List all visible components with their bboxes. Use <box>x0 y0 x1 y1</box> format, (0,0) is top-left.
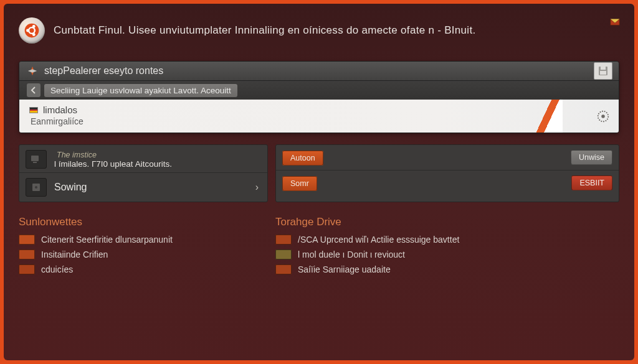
breadcrumb: Secliing Lauige usvlowal ayakiut Lavott.… <box>19 80 619 100</box>
links-left-title: Sunlonwettes <box>19 216 268 228</box>
accounts-hint: The imstice <box>57 151 172 159</box>
ubuntu-glyph-icon <box>24 22 40 39</box>
svg-point-3 <box>32 25 36 28</box>
color-swatch-icon <box>19 264 35 274</box>
language-subtitle: Eanmirgaliíce <box>31 116 609 126</box>
window-header: Cunbtatt Finul. Uisee unviutumplater Inn… <box>19 16 619 45</box>
floppy-icon <box>598 66 608 76</box>
drive-icon <box>26 178 47 197</box>
breadcrumb-back-button[interactable] <box>27 83 40 97</box>
step-header: stepPealerer eseyto rontes <box>19 62 619 80</box>
settings-panel: The imstice l ímilales. Г7I0 upleat Aitc… <box>19 144 619 202</box>
sowing-label: Sowing <box>54 182 248 193</box>
mail-icon[interactable] <box>609 16 621 27</box>
language-name: limdalos <box>43 105 77 115</box>
ubuntu-logo-icon <box>19 17 45 44</box>
link-label: Saíïie Sarniiage uadaite <box>298 264 391 274</box>
unwise-button[interactable]: Unwise <box>571 150 612 165</box>
svg-point-11 <box>601 114 605 118</box>
svg-rect-13 <box>33 162 37 163</box>
links-right-column: Torahge Drive /SCA Uprcend wiľı Actilie … <box>275 216 619 277</box>
action-button-1[interactable]: Autoon <box>282 151 323 166</box>
sowing-row[interactable]: Sowing › <box>19 172 267 202</box>
link-item[interactable]: Insitaiinde Crifien <box>19 247 268 262</box>
svg-marker-6 <box>28 69 37 72</box>
links-right-title: Torahge Drive <box>275 216 619 228</box>
step-card: stepPealerer eseyto rontes Secliing Laui… <box>19 61 619 133</box>
link-item[interactable]: l mol duele ı Donit ι reviouct <box>275 247 619 262</box>
link-item[interactable]: /SCA Uprcend wiľı Actilie esssuige bavtt… <box>275 232 619 247</box>
chevron-right-icon: › <box>255 182 259 193</box>
svg-rect-9 <box>600 71 606 75</box>
flag-icon <box>29 107 38 113</box>
color-swatch-icon <box>275 235 292 245</box>
device-icon <box>26 150 47 169</box>
breadcrumb-chip[interactable]: Secliing Lauige usvlowal ayakiut Lavott.… <box>44 84 237 97</box>
link-label: /SCA Uprcend wiľı Actilie esssuige bavtt… <box>298 235 459 245</box>
link-label: Citenerit Seerfiritie dlunsarpanunit <box>41 235 173 245</box>
window-title: Cunbtatt Finul. Uisee unviutumplater Inn… <box>54 24 476 37</box>
link-label: Insitaiinde Crifien <box>41 250 108 259</box>
accounts-row[interactable]: The imstice l ímilales. Г7I0 upleat Aitc… <box>19 145 267 172</box>
selection-stripe <box>529 100 563 133</box>
link-item[interactable]: cduicíes <box>19 262 268 277</box>
link-label: l mol duele ı Donit ι reviouct <box>298 250 405 259</box>
chevron-left-icon <box>30 86 37 94</box>
gear-icon[interactable] <box>596 110 610 123</box>
compass-icon <box>27 65 38 77</box>
link-item[interactable]: Citenerit Seerfiritie dlunsarpanunit <box>19 232 268 247</box>
svg-point-4 <box>32 33 36 36</box>
color-swatch-icon <box>19 250 35 259</box>
links-left-column: Sunlonwettes Citenerit Seerfiritie dluns… <box>19 216 268 277</box>
svg-rect-12 <box>31 156 39 161</box>
links-section: Sunlonwettes Citenerit Seerfiritie dluns… <box>19 216 619 277</box>
accounts-line: l ímilales. Г7I0 upleat Aitcourits. <box>54 159 172 169</box>
color-swatch-icon <box>19 235 35 245</box>
svg-point-15 <box>35 186 37 189</box>
svg-rect-8 <box>601 67 606 70</box>
action-button-2[interactable]: Somr <box>282 176 317 191</box>
svg-point-2 <box>26 29 29 32</box>
step-title: stepPealerer eseyto rontes <box>44 65 163 77</box>
color-swatch-icon <box>275 250 292 259</box>
step-body: limdalos Eanmirgaliíce <box>19 100 619 133</box>
link-label: cduicíes <box>41 264 73 274</box>
color-swatch-icon <box>275 264 292 274</box>
save-button[interactable] <box>594 62 612 80</box>
link-item[interactable]: Saíïie Sarniiage uadaite <box>275 262 619 277</box>
submit-button[interactable]: ESBIIT <box>571 175 612 190</box>
